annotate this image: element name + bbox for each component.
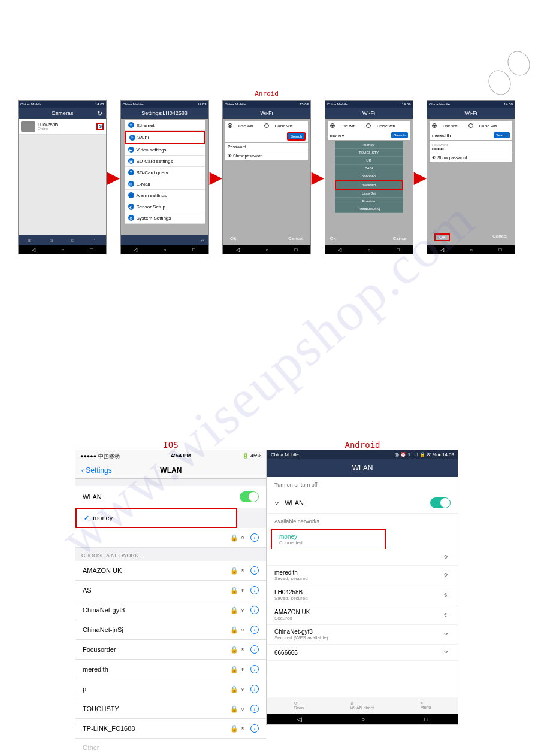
- dd-money[interactable]: money: [335, 141, 403, 149]
- android-navbar[interactable]: ◁○□: [19, 245, 106, 254]
- wifi-ssid-row: money Search: [328, 130, 410, 140]
- and-net-meredith[interactable]: meredithSaved, secured ᯤ: [267, 566, 458, 585]
- wlan-direct-button[interactable]: ⇵WLAN direct: [350, 701, 374, 710]
- net-toughsty[interactable]: TOUGHSTY🔒 ᯤ i: [75, 699, 266, 719]
- settings-system[interactable]: ⚙System Settings: [125, 212, 205, 224]
- android-navbar[interactable]: ◁○□: [121, 245, 208, 254]
- net-meredith[interactable]: meredith🔒 ᯤ i: [75, 660, 266, 679]
- settings-wifi[interactable]: ᯤWi-Fi: [125, 131, 205, 144]
- net-amazon[interactable]: AMAZON UK🔒 ᯤ i: [75, 561, 266, 581]
- settings-list: ≡Ethernet ᯤWi-Fi ▶Video settings ▣SD-Car…: [125, 120, 205, 224]
- password-row[interactable]: Password ••••••••: [430, 141, 512, 153]
- settings-video[interactable]: ▶Video settings: [125, 144, 205, 156]
- dd-babi[interactable]: BABI: [335, 165, 403, 172]
- ssid-value[interactable]: meredith: [432, 133, 494, 138]
- and-net-money[interactable]: moneyConnected: [271, 529, 386, 550]
- camera-name: LH04258B: [38, 123, 94, 127]
- wlan-toggle-row[interactable]: ᯤ WLAN: [267, 493, 458, 514]
- settings-email[interactable]: ✉E-Mail: [125, 178, 205, 190]
- wifi-radio-options[interactable]: Use wifi Colse wifi: [328, 121, 410, 130]
- statusbar: China Mobile14:03: [121, 101, 208, 108]
- ios-back-button[interactable]: ‹ Settings: [81, 466, 112, 475]
- dd-chinanet[interactable]: ChinaNet-jnSj: [335, 205, 403, 213]
- back-bar[interactable]: ↩: [121, 235, 208, 245]
- android-label-top: Anroid: [18, 90, 515, 98]
- phone-wifi-dropdown: China Mobile14:59 Wi-Fi Use wifi Colse w…: [325, 100, 413, 254]
- android-navbar[interactable]: ◁○□: [267, 714, 458, 724]
- search-button[interactable]: Search: [287, 132, 306, 141]
- camera-row[interactable]: LH04258B Online ⚙: [19, 119, 106, 135]
- cancel-button[interactable]: Cancel: [288, 236, 303, 241]
- settings-ethernet[interactable]: ≡Ethernet: [125, 120, 205, 131]
- arrow-icon: ▶: [312, 168, 324, 187]
- net-p[interactable]: p🔒 ᯤ i: [75, 679, 266, 699]
- ok-button[interactable]: Ok: [230, 236, 236, 241]
- android-bottom-tabs[interactable]: ⟳Scan ⇵WLAN direct ≡Menu: [267, 697, 458, 714]
- show-password-row[interactable]: 👁 Show password: [225, 151, 308, 160]
- net-chinanet-jnsj[interactable]: ChinaNet-jnSj🔒 ᯤ i: [75, 620, 266, 640]
- android-navbar[interactable]: ◁○□: [427, 245, 515, 254]
- wlan-toggle[interactable]: [430, 497, 451, 508]
- cancel-button[interactable]: Cancel: [492, 233, 507, 241]
- android-navbar[interactable]: ◁○□: [325, 245, 413, 254]
- statusbar: China Mobile14:59: [325, 101, 413, 108]
- settings-sdcard[interactable]: ▣SD-Card settings: [125, 156, 205, 167]
- refresh-icon[interactable]: ↻: [97, 110, 102, 117]
- ios-label: IOS: [75, 440, 267, 450]
- password-input[interactable]: Password: [225, 143, 308, 151]
- search-button[interactable]: Search: [391, 132, 407, 138]
- and-net-lh04258b[interactable]: LH04258BSaved, secured ᯤ: [267, 585, 458, 605]
- phone-cameras: China Mobile14:03 Cameras ↻ LH04258B Onl…: [18, 100, 107, 254]
- ios-wlan-screen: ●●●●● 中国移动 4:54 PM 🔋 45% ‹ Settings WLAN…: [75, 450, 267, 725]
- dd-laserjet[interactable]: LaserJet: [335, 190, 403, 198]
- wifi-radio-options[interactable]: Use wifi Colse wifi: [225, 121, 308, 130]
- choose-network-header: CHOOSE A NETWORK...: [75, 548, 266, 561]
- and-net-666[interactable]: 6666666 ᯤ: [267, 645, 458, 661]
- ios-wlan-toggle-row[interactable]: WLAN: [75, 486, 266, 508]
- search-button[interactable]: Search: [494, 132, 510, 138]
- camera-icon: [21, 121, 35, 132]
- statusbar: China Mobile14:03: [19, 101, 106, 108]
- wifi-ssid-row: Search: [225, 130, 308, 142]
- settings-sensor[interactable]: ◐Sensor Setup: [125, 201, 205, 212]
- dd-uk[interactable]: UK: [335, 157, 403, 165]
- ok-button-highlighted[interactable]: Ok: [434, 233, 450, 241]
- phone-wifi-confirm: China Mobile14:59 Wi-Fi Use wifi Colse w…: [427, 100, 515, 254]
- dd-toughsty[interactable]: TOUGHSTY: [335, 149, 403, 157]
- android-label: Android: [267, 440, 458, 450]
- dd-666[interactable]: 6666666: [335, 172, 403, 180]
- footer-buttons: Ok Cancel: [225, 234, 308, 243]
- camera-status: Online: [38, 127, 94, 130]
- titlebar-wifi: Wi-Fi: [325, 108, 413, 119]
- show-password-row[interactable]: 👁 Show password: [430, 153, 512, 162]
- close-wifi-radio: [264, 123, 269, 128]
- statusbar: China Mobile14:59: [427, 101, 515, 108]
- phone-wifi-search: China Mobile15:03 Wi-Fi Use wifi Colse w…: [222, 100, 311, 254]
- turn-on-off-label: Turn on or turn off: [267, 477, 458, 493]
- net-tplink[interactable]: TP-LINK_FC1688🔒 ᯤ i: [75, 719, 266, 739]
- and-net-amazon[interactable]: AMAZON UKSecured ᯤ: [267, 605, 458, 625]
- dd-fukaido[interactable]: Fukaido: [335, 198, 403, 205]
- scan-button[interactable]: ⟳Scan: [294, 701, 304, 710]
- net-focusorder[interactable]: Focusorder🔒 ᯤ i: [75, 640, 266, 660]
- net-chinanet-gyf3[interactable]: ChinaNet-gyf3🔒 ᯤ i: [75, 600, 266, 620]
- and-net-chinanet[interactable]: ChinaNet-gyf3Secured (WPS available) ᯤ: [267, 625, 458, 645]
- android-statusbar: China Mobile ◎ ⏰ ᯤ ↓↑ 🔒 81% ■ 14:03: [267, 450, 458, 459]
- wifi-radio-options[interactable]: Use wifi Colse wifi: [430, 121, 512, 130]
- net-as[interactable]: AS🔒 ᯤ i: [75, 581, 266, 600]
- bottom-tabs[interactable]: ⊞⊡⊟⋮: [19, 235, 106, 245]
- menu-button[interactable]: ≡Menu: [421, 701, 431, 710]
- wlan-toggle[interactable]: [240, 491, 259, 502]
- settings-sdquery[interactable]: ?SD-Card query: [125, 167, 205, 178]
- android-navbar[interactable]: ◁○□: [223, 245, 310, 254]
- net-other[interactable]: Other: [75, 739, 266, 756]
- android-wlan-screen: China Mobile ◎ ⏰ ᯤ ↓↑ 🔒 81% ■ 14:03 WLAN…: [267, 450, 458, 725]
- ios-connected-network[interactable]: ✓ money: [75, 508, 237, 529]
- settings-alarm[interactable]: !Alarm settings: [125, 190, 205, 201]
- dd-meredith[interactable]: meredith: [335, 180, 403, 190]
- statusbar: China Mobile15:03: [223, 101, 310, 108]
- ssid-dropdown: money TOUGHSTY UK BABI 6666666 meredith …: [335, 141, 403, 213]
- camera-settings-button[interactable]: ⚙: [96, 123, 104, 130]
- ssid-value[interactable]: money: [330, 133, 392, 138]
- available-networks-label: Available networks: [267, 514, 458, 529]
